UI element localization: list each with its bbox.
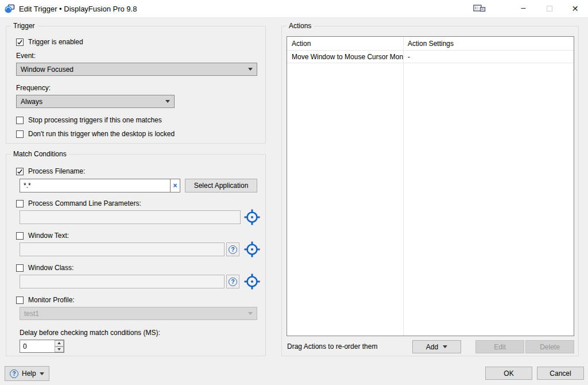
event-dropdown-value: Window Focused <box>21 66 248 74</box>
monitor-profile-dropdown: test1 <box>20 307 257 320</box>
window-text-input <box>20 242 225 256</box>
checkbox-checked-icon <box>16 38 24 46</box>
titlebar: Edit Trigger • DisplayFusion Pro 9.8 – ✕ <box>0 0 588 18</box>
action-cell: Move Window to Mouse Cursor Monitor <box>287 53 403 61</box>
checkbox-unchecked-icon <box>16 232 24 240</box>
action-column-header[interactable]: Action <box>287 40 403 48</box>
delete-action-button: Delete <box>525 340 574 353</box>
event-dropdown[interactable]: Window Focused <box>16 63 257 76</box>
cancel-button[interactable]: Cancel <box>537 367 584 380</box>
chevron-down-icon <box>248 312 253 315</box>
checkbox-unchecked-icon <box>16 297 24 304</box>
minimize-button[interactable]: – <box>510 0 536 18</box>
window-class-label: Window Class: <box>28 264 74 272</box>
actions-group: Actions Action Action Settings Move Wind… <box>281 26 579 356</box>
monitor-profile-value: test1 <box>24 310 248 318</box>
help-question-icon: ? <box>229 278 237 286</box>
checkbox-unchecked-icon <box>16 264 24 272</box>
edit-action-button: Edit <box>475 340 524 353</box>
caption-spacer <box>492 0 510 18</box>
clear-filename-icon[interactable]: × <box>170 179 180 192</box>
frequency-dropdown-value: Always <box>21 98 165 106</box>
chevron-down-icon <box>40 372 44 375</box>
checkbox-unchecked-icon <box>16 117 24 124</box>
delay-spinner <box>20 340 64 353</box>
ok-button[interactable]: OK <box>485 367 532 380</box>
triangle-down-icon <box>57 348 61 351</box>
edit-trigger-dialog: Edit Trigger • DisplayFusion Pro 9.8 – ✕… <box>0 0 588 385</box>
window-picker-target-icon[interactable] <box>243 273 261 292</box>
dont-run-locked-label: Don't run this trigger when the desktop … <box>28 130 175 138</box>
help-button-label: Help <box>22 369 36 378</box>
action-settings-column-header[interactable]: Action Settings <box>403 40 574 48</box>
process-cmdline-label: Process Command Line Parameters: <box>28 199 141 207</box>
window-picker-target-icon[interactable] <box>243 209 261 228</box>
chevron-down-icon <box>443 345 447 348</box>
question-glyph: ? <box>12 371 16 377</box>
frequency-dropdown[interactable]: Always <box>16 95 175 108</box>
close-icon: ✕ <box>572 4 579 13</box>
maximize-button <box>536 0 562 18</box>
maximize-icon <box>547 6 552 11</box>
add-action-button[interactable]: Add <box>412 340 461 353</box>
trigger-group: Trigger Trigger is enabled Event: Window… <box>6 26 266 144</box>
help-question-icon: ? <box>229 245 237 254</box>
caption-buttons: – ✕ <box>466 0 588 18</box>
actions-table: Action Action Settings Move Window to Mo… <box>287 36 574 336</box>
window-text-help-button[interactable]: ? <box>226 242 239 256</box>
close-button[interactable]: ✕ <box>562 0 588 18</box>
question-glyph: ? <box>231 279 234 285</box>
checkbox-unchecked-icon <box>16 130 24 138</box>
help-icon: ? <box>10 369 18 378</box>
process-cmdline-checkbox[interactable]: Process Command Line Parameters: <box>16 199 141 207</box>
process-cmdline-input <box>20 210 241 224</box>
action-settings-cell: - <box>403 53 574 61</box>
match-conditions-group-title: Match Conditions <box>11 150 69 158</box>
chevron-down-icon <box>165 100 170 103</box>
process-filename-label: Process Filename: <box>28 167 85 175</box>
add-button-label: Add <box>426 343 438 351</box>
spin-down-button[interactable] <box>55 346 64 353</box>
spin-up-button[interactable] <box>55 340 64 346</box>
minimize-icon: – <box>521 3 526 12</box>
actions-table-header: Action Action Settings <box>287 37 574 51</box>
select-application-button[interactable]: Select Application <box>185 179 257 192</box>
process-filename-checkbox[interactable]: Process Filename: <box>16 167 85 175</box>
frequency-label: Frequency: <box>16 84 51 92</box>
drag-hint-label: Drag Actions to re-order them <box>287 342 377 351</box>
window-title: Edit Trigger • DisplayFusion Pro 9.8 <box>19 5 137 13</box>
actions-group-title: Actions <box>287 22 314 30</box>
event-label: Event: <box>16 52 36 60</box>
checkbox-unchecked-icon <box>16 200 24 207</box>
help-split-button[interactable]: ? Help <box>5 366 49 381</box>
action-table-row[interactable]: Move Window to Mouse Cursor Monitor - <box>287 51 574 63</box>
triangle-up-icon <box>57 342 61 344</box>
trigger-enabled-checkbox[interactable]: Trigger is enabled <box>16 38 83 46</box>
window-class-help-button[interactable]: ? <box>226 275 239 288</box>
window-class-input <box>20 275 225 288</box>
trigger-enabled-label: Trigger is enabled <box>28 38 83 46</box>
monitor-profile-checkbox[interactable]: Monitor Profile: <box>16 296 75 304</box>
move-window-monitor-titlebar-icon[interactable] <box>466 0 492 18</box>
displayfusion-app-icon <box>5 4 15 13</box>
monitor-profile-label: Monitor Profile: <box>28 296 75 304</box>
column-divider[interactable] <box>403 37 404 336</box>
match-conditions-group: Match Conditions Process Filename: × Sel… <box>6 154 266 356</box>
window-text-checkbox[interactable]: Window Text: <box>16 232 69 240</box>
window-text-label: Window Text: <box>28 232 69 240</box>
spinner-buttons <box>55 340 64 352</box>
stop-processing-checkbox[interactable]: Stop processing triggers if this one mat… <box>16 116 162 124</box>
window-class-checkbox[interactable]: Window Class: <box>16 264 74 272</box>
process-filename-input[interactable] <box>20 179 171 192</box>
window-picker-target-icon[interactable] <box>243 241 261 260</box>
delay-input[interactable] <box>20 340 55 352</box>
checkbox-checked-icon <box>16 168 24 175</box>
trigger-group-title: Trigger <box>11 22 37 30</box>
chevron-down-icon <box>248 68 253 71</box>
delay-label: Delay before checking match conditions (… <box>20 329 160 337</box>
question-glyph: ? <box>231 247 234 253</box>
dont-run-locked-checkbox[interactable]: Don't run this trigger when the desktop … <box>16 130 175 138</box>
stop-processing-label: Stop processing triggers if this one mat… <box>28 116 162 124</box>
